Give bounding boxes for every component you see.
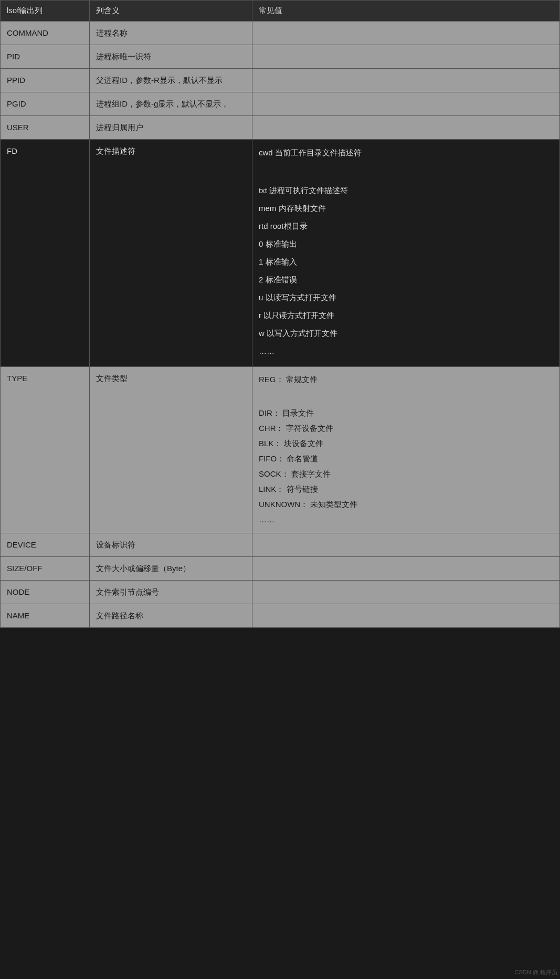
table-row: FD文件描述符cwd 当前工作目录文件描述符 txt 进程可执行文件描述符mem… <box>1 140 560 367</box>
cell-col2-user: 进程归属用户 <box>90 116 252 140</box>
table-row: DEVICE设备标识符 <box>1 533 560 557</box>
cell-col2-fd: 文件描述符 <box>90 140 252 367</box>
table-row: TYPE文件类型REG： 常规文件 DIR： 目录文件CHR： 字符设备文件BL… <box>1 367 560 533</box>
cell-col3-user <box>252 116 560 140</box>
table-row: PID进程标唯一识符 <box>1 45 560 69</box>
cell-col2-pgid: 进程组ID，参数-g显示，默认不显示， <box>90 92 252 116</box>
header-col1: lsof输出列 <box>1 1 90 22</box>
cell-col3-pid <box>252 45 560 69</box>
cell-col3-ppid <box>252 69 560 92</box>
cell-col1-name: NAME <box>1 604 90 628</box>
table-row: NAME文件路径名称 <box>1 604 560 628</box>
cell-col3-command <box>252 22 560 45</box>
cell-col1-user: USER <box>1 116 90 140</box>
cell-col2-name: 文件路径名称 <box>90 604 252 628</box>
cell-col1-ppid: PPID <box>1 69 90 92</box>
header-col3: 常见值 <box>252 1 560 22</box>
table-row: NODE文件索引节点编号 <box>1 581 560 604</box>
cell-col2-device: 设备标识符 <box>90 533 252 557</box>
table-row: PPID父进程ID，参数-R显示，默认不显示 <box>1 69 560 92</box>
cell-col2-sizeoff: 文件大小或偏移量（Byte） <box>90 557 252 581</box>
cell-col3-pgid <box>252 92 560 116</box>
table-header-row: lsof输出列 列含义 常见值 <box>1 1 560 22</box>
cell-col3-sizeoff <box>252 557 560 581</box>
cell-col3-name <box>252 604 560 628</box>
cell-col3-type: REG： 常规文件 DIR： 目录文件CHR： 字符设备文件BLK： 块设备文件… <box>252 367 560 533</box>
cell-col3-fd: cwd 当前工作目录文件描述符 txt 进程可执行文件描述符mem 内存映射文件… <box>252 140 560 367</box>
cell-col1-fd: FD <box>1 140 90 367</box>
cell-col1-pid: PID <box>1 45 90 69</box>
cell-col2-pid: 进程标唯一识符 <box>90 45 252 69</box>
cell-col2-node: 文件索引节点编号 <box>90 581 252 604</box>
table-row: PGID进程组ID，参数-g显示，默认不显示， <box>1 92 560 116</box>
cell-col2-command: 进程名称 <box>90 22 252 45</box>
cell-col1-node: NODE <box>1 581 90 604</box>
cell-col1-type: TYPE <box>1 367 90 533</box>
cell-col2-type: 文件类型 <box>90 367 252 533</box>
cell-col1-sizeoff: SIZE/OFF <box>1 557 90 581</box>
table-row: SIZE/OFF文件大小或偏移量（Byte） <box>1 557 560 581</box>
cell-col3-node <box>252 581 560 604</box>
table-row: COMMAND进程名称 <box>1 22 560 45</box>
cell-col1-pgid: PGID <box>1 92 90 116</box>
cell-col2-ppid: 父进程ID，参数-R显示，默认不显示 <box>90 69 252 92</box>
lsof-table: lsof输出列 列含义 常见值 COMMAND进程名称PID进程标唯一识符PPI… <box>0 0 560 628</box>
table-row: USER进程归属用户 <box>1 116 560 140</box>
cell-col1-device: DEVICE <box>1 533 90 557</box>
cell-col1-command: COMMAND <box>1 22 90 45</box>
header-col2: 列含义 <box>90 1 252 22</box>
cell-col3-device <box>252 533 560 557</box>
